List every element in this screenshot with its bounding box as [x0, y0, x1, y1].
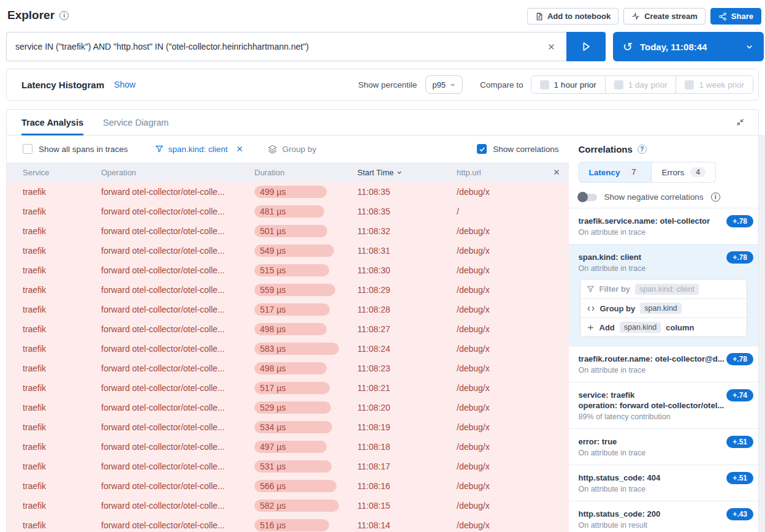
time-range-selector[interactable]: ↺ Today, 11:08:44: [613, 32, 764, 61]
compare-option[interactable]: 1 hour prior: [531, 76, 605, 93]
correlations-tab-errors[interactable]: Errors4: [652, 162, 716, 183]
cell-operation: forward otel-collector/otel-colle...: [101, 501, 254, 511]
cell-http-url: /debug/x: [457, 422, 541, 432]
table-row[interactable]: traefik forward otel-collector/otel-coll…: [7, 457, 569, 476]
remove-filter-icon[interactable]: [236, 145, 243, 153]
action-add-column[interactable]: Add span.kind column: [580, 317, 747, 336]
cell-operation: forward otel-collector/otel-colle...: [101, 422, 254, 432]
tab-trace-analysis[interactable]: Trace Analysis: [21, 110, 83, 135]
cell-operation: forward otel-collector/otel-colle...: [101, 383, 254, 393]
correlation-card[interactable]: error: true On attribute in trace +.51: [569, 429, 759, 465]
collapse-panel-icon[interactable]: [736, 118, 745, 127]
table-row[interactable]: traefik forward otel-collector/otel-coll…: [7, 280, 569, 300]
chevron-down-icon: [449, 82, 456, 88]
compare-to-label: Compare to: [480, 80, 523, 89]
histogram-title: Latency Histogram: [21, 80, 104, 90]
cell-service: traefik: [7, 344, 101, 354]
info-icon[interactable]: i: [711, 192, 720, 202]
compare-option[interactable]: 1 day prior: [605, 76, 676, 93]
correlation-attribute-line: operation: forward otel-collector/otel..…: [579, 400, 754, 411]
col-operation[interactable]: Operation: [101, 168, 254, 177]
info-icon[interactable]: i: [59, 11, 69, 20]
correlation-card[interactable]: service: traefikoperation: forward otel-…: [569, 382, 759, 429]
query-input[interactable]: service IN ("traefik") AND "http.host" I…: [6, 32, 566, 61]
remove-column-icon[interactable]: [553, 169, 569, 176]
correlation-card[interactable]: http.status_code: 200 On attribute in re…: [569, 501, 759, 532]
correlation-card[interactable]: traefik.router.name: otel-collector@d...…: [569, 346, 759, 382]
table-row[interactable]: traefik forward otel-collector/otel-coll…: [7, 221, 569, 241]
show-correlations-checkbox[interactable]: [477, 144, 487, 154]
correlation-score-badge: +.78: [726, 251, 753, 264]
table-row[interactable]: traefik forward otel-collector/otel-coll…: [7, 398, 569, 417]
sort-desc-icon: [396, 169, 403, 176]
compare-checkbox[interactable]: [685, 80, 694, 89]
funnel-icon: [587, 285, 595, 293]
compare-option[interactable]: 1 week prior: [676, 76, 753, 93]
clear-query-icon[interactable]: [545, 40, 558, 53]
compare-checkbox[interactable]: [540, 80, 549, 89]
cell-start-time: 11:08:28: [357, 305, 457, 314]
table-row[interactable]: traefik forward otel-collector/otel-coll…: [7, 496, 569, 515]
cell-duration: 534 µs: [254, 421, 357, 433]
histogram-show-link[interactable]: Show: [114, 80, 135, 89]
col-start-time[interactable]: Start Time: [357, 168, 457, 177]
cell-operation: forward otel-collector/otel-colle...: [101, 520, 254, 530]
create-stream-button[interactable]: Create stream: [623, 8, 706, 25]
query-row: service IN ("traefik") AND "http.host" I…: [6, 32, 764, 61]
cell-duration: 517 µs: [254, 382, 357, 394]
cell-service: traefik: [7, 403, 101, 412]
cell-service: traefik: [7, 207, 101, 216]
cell-http-url: /debug/x: [457, 285, 541, 295]
panel-tabbar: Trace Analysis Service Diagram: [7, 110, 758, 135]
cell-duration: 516 µs: [254, 519, 357, 531]
table-row[interactable]: traefik forward otel-collector/otel-coll…: [7, 339, 569, 359]
table-row[interactable]: traefik forward otel-collector/otel-coll…: [7, 300, 569, 319]
cell-start-time: 11:08:17: [357, 462, 457, 471]
negative-correlations-toggle[interactable]: [579, 194, 597, 201]
correlation-card[interactable]: traefik.service.name: otel-collector On …: [569, 208, 759, 245]
table-row[interactable]: traefik forward otel-collector/otel-coll…: [7, 515, 569, 532]
correlation-card[interactable]: span.kind: client +.78 On attribute in t…: [569, 245, 759, 346]
cell-http-url: /debug/x: [457, 187, 541, 197]
cell-start-time: 11:08:31: [357, 246, 457, 256]
help-icon[interactable]: ?: [638, 145, 647, 154]
action-filter-by[interactable]: Filter by span.kind: client: [580, 279, 747, 298]
compare-checkbox[interactable]: [614, 80, 623, 89]
correlations-tab-latency[interactable]: Latency7: [579, 162, 652, 183]
cell-duration: 582 µs: [254, 500, 357, 512]
table-row[interactable]: traefik forward otel-collector/otel-coll…: [7, 260, 569, 280]
table-row[interactable]: traefik forward otel-collector/otel-coll…: [7, 417, 569, 437]
correlation-card[interactable]: http.status_code: 404 On attribute in tr…: [569, 465, 759, 501]
table-row[interactable]: traefik forward otel-collector/otel-coll…: [7, 359, 569, 378]
table-row[interactable]: traefik forward otel-collector/otel-coll…: [7, 476, 569, 496]
cell-operation: forward otel-collector/otel-colle...: [101, 363, 254, 373]
share-button[interactable]: Share: [710, 8, 761, 25]
cell-operation: forward otel-collector/otel-colle...: [101, 344, 254, 354]
correlation-scope: On attribute in trace: [579, 485, 754, 493]
tab-service-diagram[interactable]: Service Diagram: [103, 110, 169, 135]
table-row[interactable]: traefik forward otel-collector/otel-coll…: [7, 241, 569, 260]
show-all-spans-checkbox[interactable]: [23, 144, 32, 154]
col-service[interactable]: Service: [7, 168, 101, 177]
percentile-select[interactable]: p95: [425, 75, 463, 94]
group-by-label: Group by: [282, 145, 316, 154]
filter-chip-span-kind[interactable]: span.kind: client: [155, 145, 228, 154]
table-row[interactable]: traefik forward otel-collector/otel-coll…: [7, 378, 569, 398]
table-row[interactable]: traefik forward otel-collector/otel-coll…: [7, 437, 569, 457]
group-by-button[interactable]: Group by: [268, 145, 316, 154]
action-group-by[interactable]: Group by span.kind: [580, 298, 747, 317]
table-row[interactable]: traefik forward otel-collector/otel-coll…: [7, 319, 569, 339]
run-query-button[interactable]: [566, 32, 606, 61]
col-http-url[interactable]: http.url: [457, 168, 541, 177]
table-row[interactable]: traefik forward otel-collector/otel-coll…: [7, 182, 569, 202]
correlation-scope: On attribute in trace: [579, 228, 754, 237]
cell-start-time: 11:08:16: [357, 481, 457, 491]
correlation-action-menu: Filter by span.kind: client Group by spa…: [580, 279, 748, 337]
cell-duration: 499 µs: [254, 186, 357, 198]
cell-duration: 566 µs: [254, 480, 357, 492]
add-to-notebook-button[interactable]: Add to notebook: [527, 8, 618, 25]
query-text: service IN ("traefik") AND "http.host" I…: [15, 42, 545, 51]
col-duration[interactable]: Duration: [254, 168, 357, 177]
scrollbar-track[interactable]: [759, 135, 765, 532]
table-row[interactable]: traefik forward otel-collector/otel-coll…: [7, 202, 569, 221]
